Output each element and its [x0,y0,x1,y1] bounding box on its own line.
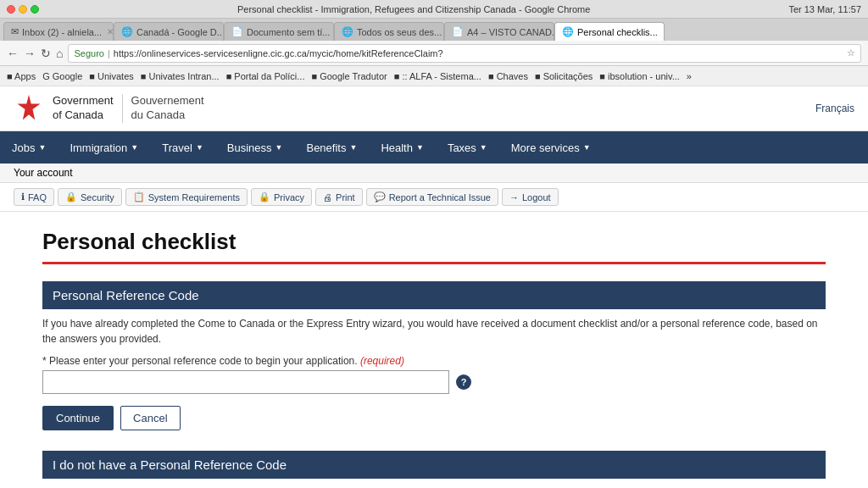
window-title: Personal checklist - Immigration, Refuge… [44,4,783,14]
report-label: Report a Technical Issue [389,192,491,202]
maximize-window-btn[interactable] [31,5,39,14]
privacy-label: Privacy [274,192,304,202]
tab-doc[interactable]: 📄 Documento sem tí... ✕ [224,22,334,41]
tab-icon: 📄 [231,26,243,37]
logout-button[interactable]: → Logout [502,188,559,206]
page-content: Governmentof Canada Gouvernementdu Canad… [0,86,868,488]
bookmark-tradutor[interactable]: ■ Google Tradutor [311,71,387,81]
nav-taxes-label: Taxes [448,141,476,154]
window-controls[interactable] [7,5,39,14]
help-button[interactable]: ? [456,374,471,390]
help-icon: ? [461,377,467,387]
section-desc-ref-code: If you have already completed the Come t… [42,316,826,347]
report-technical-issue-button[interactable]: 💬 Report a Technical Issue [366,188,498,206]
tab-inbox[interactable]: ✉ Inbox (2) - alniela... ✕ [3,22,114,41]
canada-logo: Governmentof Canada Gouvernementdu Canad… [14,93,204,124]
nav-travel-label: Travel [162,141,192,154]
nav-benefits-label: Benefits [306,141,346,154]
canada-wordmark: Governmentof Canada [53,94,114,123]
form-label-ref-code: * Please enter your personal reference c… [42,355,826,367]
form-label-text: * Please enter your personal reference c… [42,355,358,367]
tab-icon: 📄 [452,26,464,37]
tab-todos[interactable]: 🌐 Todos os seus des... ✕ [334,22,444,41]
nav-health-label: Health [381,141,413,154]
nav-business-arrow: ▼ [275,143,283,152]
bookmark-more[interactable]: » [687,71,692,81]
tab-icon: 🌐 [121,26,133,37]
bookmark-ibsolution[interactable]: ■ ibsolution - univ... [599,71,679,81]
tab-canada-maps[interactable]: 🌐 Canadá - Google D... ✕ [114,22,224,41]
nav-more-services-arrow: ▼ [583,143,591,152]
nav-immigration[interactable]: Immigration ▼ [58,131,150,164]
your-account-label: Your account [14,167,73,179]
language-link[interactable]: Français [815,103,854,114]
nav-travel[interactable]: Travel ▼ [150,131,215,164]
close-tab-icon[interactable]: ✕ [663,27,665,36]
system-requirements-button[interactable]: 📋 System Requirements [125,188,248,206]
sysreq-label: System Requirements [148,192,240,202]
bookmark-policia[interactable]: ■ Portal da Políci... [226,71,305,81]
bookmark-univates-intranet[interactable]: ■ Univates Intran... [141,71,220,81]
form-row-ref-code: ? [42,370,826,394]
nav-business-label: Business [227,141,272,154]
bookmark-icon[interactable]: ☆ [847,47,855,58]
print-button[interactable]: 🖨 Print [315,188,363,206]
canada-wordmark-fr: Gouvernementdu Canada [122,94,204,123]
close-tab-icon[interactable]: ✕ [107,27,114,36]
reference-code-input[interactable] [42,370,449,394]
nav-immigration-arrow: ▼ [131,143,138,152]
tab-label: Canadá - Google D... [136,27,224,37]
tab-label: Personal checklis... [577,27,658,37]
security-label: Security [81,192,114,202]
close-window-btn[interactable] [7,5,15,14]
nav-jobs-label: Jobs [12,141,35,154]
security-button[interactable]: 🔒 Security [58,188,122,206]
tab-visto[interactable]: 📄 A4 – VISTO CANAD... ✕ [444,22,554,41]
tab-icon: 🌐 [562,26,574,37]
sysreq-icon: 📋 [133,191,145,202]
tab-label: Documento sem tí... [247,27,330,37]
bookmark-solicitacoes[interactable]: ■ Solicitações [535,71,593,81]
canada-header: Governmentof Canada Gouvernementdu Canad… [0,86,868,131]
bookmark-univates[interactable]: ■ Univates [89,71,134,81]
home-button[interactable]: ⌂ [56,47,63,60]
tab-personal-checklist[interactable]: 🌐 Personal checklis... ✕ [554,22,665,41]
address-input[interactable]: Seguro | https://onlineservices-services… [68,44,861,63]
forward-button[interactable]: → [24,47,36,60]
bookmark-alfa[interactable]: ■ :: ALFA - Sistema... [394,71,481,81]
account-bar: Your account [0,164,868,183]
tool-bar: ℹ FAQ 🔒 Security 📋 System Requirements 🔒… [0,183,868,212]
minimize-window-btn[interactable] [19,5,27,14]
tab-label: A4 – VISTO CANAD... [467,27,554,37]
reload-button[interactable]: ↻ [41,47,51,60]
bookmark-google[interactable]: G Google [42,71,82,81]
nav-health[interactable]: Health ▼ [369,131,436,164]
main-section: Personal checklist Personal Reference Co… [0,212,868,488]
cancel-button[interactable]: Cancel [120,406,180,430]
no-reference-code-section: I do not have a Personal Reference Code … [42,451,826,488]
nav-taxes[interactable]: Taxes ▼ [436,131,499,164]
browser-titlebar: Personal checklist - Immigration, Refuge… [0,0,868,19]
nav-more-services[interactable]: More services ▼ [499,131,603,164]
tab-icon: ✉ [11,26,19,37]
continue-button[interactable]: Continue [42,406,114,430]
privacy-button[interactable]: 🔒 Privacy [251,188,312,206]
back-button[interactable]: ← [7,47,19,60]
nav-benefits-arrow: ▼ [349,143,357,152]
tab-label: Inbox (2) - alniela... [22,27,102,37]
url-display: https://onlineservices-servicesenligne.c… [114,48,443,58]
bookmark-chaves[interactable]: ■ Chaves [488,71,528,81]
nav-jobs[interactable]: Jobs ▼ [0,131,58,164]
personal-reference-code-section: Personal Reference Code If you have alre… [42,281,826,430]
nav-jobs-arrow: ▼ [38,143,46,152]
faq-button[interactable]: ℹ FAQ [14,188,54,206]
nav-taxes-arrow: ▼ [480,143,487,152]
required-indicator: (required) [360,355,404,367]
nav-benefits[interactable]: Benefits ▼ [294,131,369,164]
bookmark-apps[interactable]: ■ Apps [7,71,36,81]
bookmarks-bar: ■ Apps G Google ■ Univates ■ Univates In… [0,66,868,86]
section-header-ref-code: Personal Reference Code [42,281,826,309]
logout-icon: → [509,192,519,202]
nav-business[interactable]: Business ▼ [215,131,295,164]
tab-label: Todos os seus des... [357,27,442,37]
